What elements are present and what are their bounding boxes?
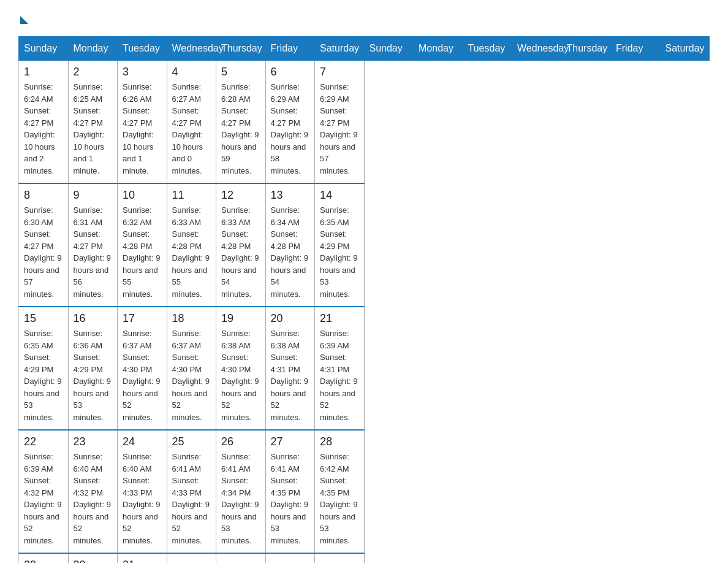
calendar-cell: 5Sunrise: 6:28 AMSunset: 4:27 PMDaylight… — [216, 61, 266, 184]
day-number: 7 — [320, 66, 359, 79]
calendar-cell: 4Sunrise: 6:27 AMSunset: 4:27 PMDaylight… — [167, 61, 216, 184]
day-number: 27 — [271, 435, 310, 448]
day-info: Sunrise: 6:27 AMSunset: 4:27 PMDaylight:… — [172, 81, 211, 177]
day-info: Sunrise: 6:31 AMSunset: 4:27 PMDaylight:… — [74, 204, 113, 300]
day-info: Sunrise: 6:34 AMSunset: 4:28 PMDaylight:… — [271, 204, 310, 300]
day-number: 11 — [172, 189, 211, 202]
day-info: Sunrise: 6:37 AMSunset: 4:30 PMDaylight:… — [172, 327, 211, 423]
day-info: Sunrise: 6:29 AMSunset: 4:27 PMDaylight:… — [271, 81, 310, 177]
day-info: Sunrise: 6:41 AMSunset: 4:33 PMDaylight:… — [172, 451, 211, 546]
col-header-wednesday: Wednesday — [512, 37, 562, 61]
col-header-thursday: Thursday — [216, 37, 266, 61]
calendar-cell: 7Sunrise: 6:29 AMSunset: 4:27 PMDaylight… — [315, 61, 365, 184]
day-number: 16 — [74, 312, 113, 325]
day-number: 31 — [123, 559, 162, 563]
calendar-week-row: 8Sunrise: 6:30 AMSunset: 4:27 PMDaylight… — [19, 183, 710, 307]
day-number: 14 — [320, 189, 359, 202]
col-header-friday: Friday — [611, 37, 661, 61]
calendar-cell: 11Sunrise: 6:33 AMSunset: 4:28 PMDayligh… — [167, 183, 216, 307]
col-header-sunday: Sunday — [364, 37, 414, 61]
day-number: 12 — [221, 189, 260, 202]
calendar-cell: 25Sunrise: 6:41 AMSunset: 4:33 PMDayligh… — [167, 430, 216, 553]
calendar-cell: 12Sunrise: 6:33 AMSunset: 4:28 PMDayligh… — [216, 183, 266, 307]
calendar-week-row: 1Sunrise: 6:24 AMSunset: 4:27 PMDaylight… — [19, 61, 710, 184]
calendar-cell: 14Sunrise: 6:35 AMSunset: 4:29 PMDayligh… — [315, 183, 365, 307]
day-number: 9 — [74, 189, 113, 202]
day-info: Sunrise: 6:26 AMSunset: 4:27 PMDaylight:… — [123, 81, 162, 177]
day-number: 22 — [24, 435, 63, 448]
calendar-cell: 31Sunrise: 6:42 AMSunset: 4:37 PMDayligh… — [118, 553, 167, 563]
logo-arrow-icon — [20, 16, 28, 24]
day-number: 4 — [172, 66, 211, 79]
col-header-saturday: Saturday — [660, 37, 710, 61]
col-header-monday: Monday — [414, 37, 463, 61]
calendar-cell: 8Sunrise: 6:30 AMSunset: 4:27 PMDaylight… — [19, 183, 69, 307]
calendar-cell: 15Sunrise: 6:35 AMSunset: 4:29 PMDayligh… — [19, 307, 69, 430]
day-number: 3 — [123, 66, 162, 79]
col-header-saturday: Saturday — [315, 37, 365, 61]
col-header-wednesday: Wednesday — [167, 37, 216, 61]
calendar-cell: 2Sunrise: 6:25 AMSunset: 4:27 PMDaylight… — [68, 61, 118, 184]
day-info: Sunrise: 6:39 AMSunset: 4:31 PMDaylight:… — [320, 327, 359, 423]
calendar-cell — [315, 553, 365, 563]
day-info: Sunrise: 6:32 AMSunset: 4:28 PMDaylight:… — [123, 204, 162, 300]
calendar-cell: 10Sunrise: 6:32 AMSunset: 4:28 PMDayligh… — [118, 183, 167, 307]
calendar-cell: 29Sunrise: 6:42 AMSunset: 4:36 PMDayligh… — [19, 553, 69, 563]
day-info: Sunrise: 6:36 AMSunset: 4:29 PMDaylight:… — [74, 327, 113, 423]
calendar-table: SundayMondayTuesdayWednesdayThursdayFrid… — [18, 36, 710, 563]
calendar-cell: 9Sunrise: 6:31 AMSunset: 4:27 PMDaylight… — [68, 183, 118, 307]
day-number: 8 — [24, 189, 63, 202]
calendar-week-row: 15Sunrise: 6:35 AMSunset: 4:29 PMDayligh… — [19, 307, 710, 430]
day-info: Sunrise: 6:24 AMSunset: 4:27 PMDaylight:… — [24, 81, 63, 177]
calendar-cell — [265, 553, 315, 563]
page-header — [18, 12, 710, 24]
calendar-cell: 26Sunrise: 6:41 AMSunset: 4:34 PMDayligh… — [216, 430, 266, 553]
day-number: 21 — [320, 312, 359, 325]
calendar-cell: 27Sunrise: 6:41 AMSunset: 4:35 PMDayligh… — [265, 430, 315, 553]
logo — [18, 12, 28, 24]
day-number: 20 — [271, 312, 310, 325]
day-number: 19 — [221, 312, 260, 325]
day-number: 23 — [74, 435, 113, 448]
day-info: Sunrise: 6:35 AMSunset: 4:29 PMDaylight:… — [320, 204, 359, 300]
day-number: 1 — [24, 66, 63, 79]
calendar-cell — [216, 553, 266, 563]
calendar-cell: 19Sunrise: 6:38 AMSunset: 4:30 PMDayligh… — [216, 307, 266, 430]
day-number: 10 — [123, 189, 162, 202]
day-info: Sunrise: 6:41 AMSunset: 4:34 PMDaylight:… — [221, 451, 260, 546]
day-number: 28 — [320, 435, 359, 448]
col-header-tuesday: Tuesday — [118, 37, 167, 61]
calendar-header-row: SundayMondayTuesdayWednesdayThursdayFrid… — [19, 37, 710, 61]
day-info: Sunrise: 6:28 AMSunset: 4:27 PMDaylight:… — [221, 81, 260, 177]
day-number: 25 — [172, 435, 211, 448]
calendar-cell: 18Sunrise: 6:37 AMSunset: 4:30 PMDayligh… — [167, 307, 216, 430]
day-number: 18 — [172, 312, 211, 325]
col-header-friday: Friday — [265, 37, 315, 61]
day-info: Sunrise: 6:33 AMSunset: 4:28 PMDaylight:… — [221, 204, 260, 300]
calendar-cell: 20Sunrise: 6:38 AMSunset: 4:31 PMDayligh… — [265, 307, 315, 430]
day-info: Sunrise: 6:29 AMSunset: 4:27 PMDaylight:… — [320, 81, 359, 177]
col-header-tuesday: Tuesday — [463, 37, 512, 61]
calendar-cell: 24Sunrise: 6:40 AMSunset: 4:33 PMDayligh… — [118, 430, 167, 553]
day-number: 30 — [74, 559, 113, 563]
day-info: Sunrise: 6:40 AMSunset: 4:32 PMDaylight:… — [74, 451, 113, 546]
day-info: Sunrise: 6:41 AMSunset: 4:35 PMDaylight:… — [271, 451, 310, 546]
col-header-thursday: Thursday — [561, 37, 611, 61]
day-info: Sunrise: 6:38 AMSunset: 4:31 PMDaylight:… — [271, 327, 310, 423]
day-info: Sunrise: 6:37 AMSunset: 4:30 PMDaylight:… — [123, 327, 162, 423]
day-info: Sunrise: 6:39 AMSunset: 4:32 PMDaylight:… — [24, 451, 63, 546]
calendar-cell: 30Sunrise: 6:42 AMSunset: 4:37 PMDayligh… — [68, 553, 118, 563]
col-header-monday: Monday — [68, 37, 118, 61]
calendar-cell: 22Sunrise: 6:39 AMSunset: 4:32 PMDayligh… — [19, 430, 69, 553]
calendar-cell: 6Sunrise: 6:29 AMSunset: 4:27 PMDaylight… — [265, 61, 315, 184]
calendar-cell — [167, 553, 216, 563]
day-number: 13 — [271, 189, 310, 202]
day-number: 29 — [24, 559, 63, 563]
calendar-cell: 28Sunrise: 6:42 AMSunset: 4:35 PMDayligh… — [315, 430, 365, 553]
calendar-cell: 21Sunrise: 6:39 AMSunset: 4:31 PMDayligh… — [315, 307, 365, 430]
day-number: 17 — [123, 312, 162, 325]
day-number: 15 — [24, 312, 63, 325]
day-number: 24 — [123, 435, 162, 448]
calendar-cell: 13Sunrise: 6:34 AMSunset: 4:28 PMDayligh… — [265, 183, 315, 307]
calendar-week-row: 22Sunrise: 6:39 AMSunset: 4:32 PMDayligh… — [19, 430, 710, 553]
